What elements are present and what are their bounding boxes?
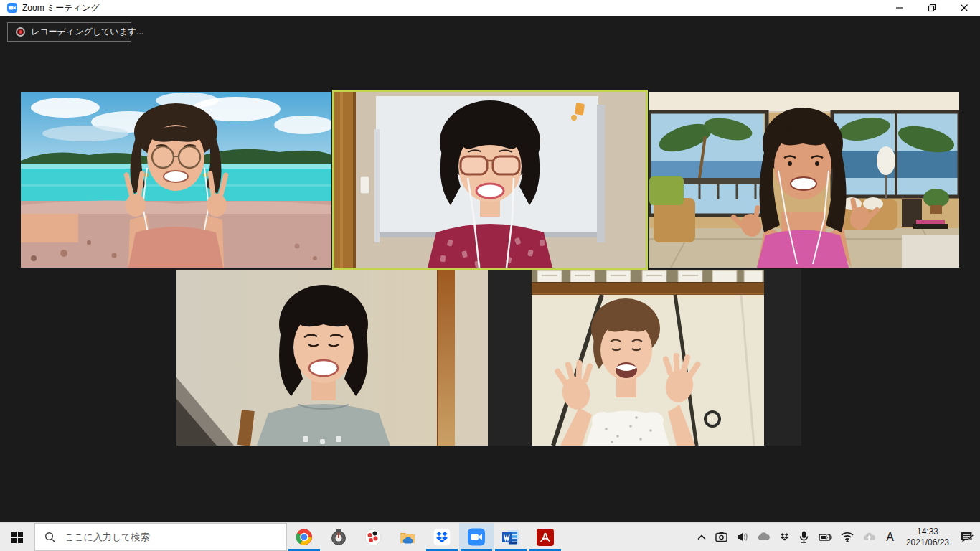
video-tile-participant-1[interactable] — [21, 92, 331, 268]
action-center-button[interactable] — [956, 523, 977, 551]
window-title: Zoom ミーティング — [22, 2, 99, 14]
video-tile-participant-4[interactable] — [176, 270, 488, 446]
close-button[interactable] — [948, 0, 980, 16]
acrobat-icon — [537, 529, 554, 546]
clock-date: 2021/06/23 — [906, 537, 949, 548]
system-tray: A 14:33 2021/06/23 — [692, 523, 980, 551]
title-bar: Zoom ミーティング — [0, 0, 980, 16]
start-button[interactable] — [0, 523, 34, 551]
hidden-icons-button[interactable] — [692, 523, 711, 551]
meeting-stage: レコーディングしています... — [0, 16, 980, 522]
participant-2-video — [334, 92, 646, 268]
dropbox-tray-icon[interactable] — [775, 523, 794, 551]
timer-app-icon — [330, 529, 347, 546]
taskbar-app-word[interactable] — [494, 523, 528, 551]
taskbar-clock[interactable]: 14:33 2021/06/23 — [900, 527, 956, 548]
taskbar-app-chrome[interactable] — [287, 523, 321, 551]
participant-3-video — [649, 92, 959, 268]
taskbar-app-onedrive-folder[interactable] — [390, 523, 425, 551]
recording-indicator[interactable]: レコーディングしています... — [7, 22, 131, 42]
participant-4-video — [176, 270, 488, 446]
microphone-tray-icon[interactable] — [794, 523, 814, 551]
video-tile-participant-2-active-speaker[interactable] — [332, 90, 648, 270]
chrome-icon — [296, 529, 313, 546]
zoom-meeting-window: Zoom ミーティング レコーディングしています... — [0, 0, 980, 551]
ime-mode-indicator[interactable]: A — [880, 523, 900, 551]
folder-cloud-icon — [399, 529, 416, 546]
onedrive-cloud-tray-icon[interactable] — [753, 523, 775, 551]
ime-label: A — [886, 531, 894, 544]
word-icon — [502, 529, 519, 546]
minimize-button[interactable] — [883, 0, 915, 16]
wifi-tray-icon[interactable] — [837, 523, 858, 551]
close-icon — [960, 4, 969, 12]
recording-dot-icon — [16, 27, 25, 37]
camera-capture-tray-icon[interactable] — [711, 523, 732, 551]
recording-label: レコーディングしています... — [31, 26, 143, 38]
minimize-icon — [895, 4, 904, 12]
red-black-dots-app-icon — [364, 529, 382, 546]
speaker-tray-icon[interactable] — [732, 523, 753, 551]
participant-1-video — [21, 92, 331, 268]
zoom-taskbar-icon — [468, 529, 485, 546]
windows-logo-icon — [11, 532, 23, 543]
taskbar-app-dots[interactable] — [356, 523, 390, 551]
dropbox-icon — [433, 529, 451, 546]
clock-time: 14:33 — [906, 527, 949, 537]
participant-5-video — [532, 270, 764, 446]
taskbar-search[interactable] — [34, 523, 287, 551]
battery-tray-icon[interactable] — [814, 523, 837, 551]
chevron-up-icon — [696, 532, 707, 543]
video-tile-participant-5[interactable] — [532, 270, 764, 446]
video-tile-participant-3[interactable] — [649, 92, 959, 268]
restore-button[interactable] — [915, 0, 948, 16]
taskbar-app-timer[interactable] — [321, 523, 356, 551]
search-input[interactable] — [63, 531, 257, 543]
cloud-sync-tray-icon[interactable] — [858, 523, 880, 551]
restore-icon — [928, 4, 936, 12]
search-icon — [44, 532, 56, 543]
taskbar-app-zoom[interactable] — [459, 523, 494, 551]
taskbar: A 14:33 2021/06/23 — [0, 522, 980, 551]
action-center-icon — [959, 530, 974, 544]
taskbar-app-dropbox[interactable] — [425, 523, 459, 551]
zoom-app-icon — [7, 3, 17, 13]
taskbar-app-acrobat[interactable] — [528, 523, 562, 551]
